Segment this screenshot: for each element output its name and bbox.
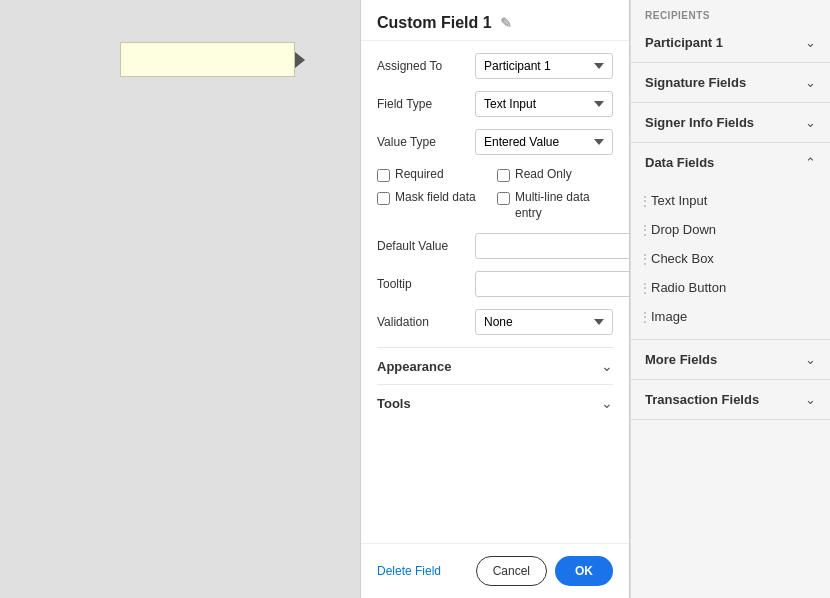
more-fields-title: More Fields [645,352,717,367]
tools-label: Tools [377,396,411,411]
signature-fields-title: Signature Fields [645,75,746,90]
required-checkbox[interactable] [377,169,390,182]
edit-icon[interactable]: ✎ [500,15,512,31]
properties-panel: Custom Field 1 ✎ Assigned To Participant… [360,0,630,598]
default-value-row: Default Value [377,233,613,259]
transaction-fields-title: Transaction Fields [645,392,759,407]
signer-info-section: Signer Info Fields ⌄ [631,103,830,143]
footer-buttons: Cancel OK [476,556,613,586]
data-fields-title: Data Fields [645,155,714,170]
signature-fields-chevron-icon: ⌄ [805,75,816,90]
signer-info-header[interactable]: Signer Info Fields ⌄ [631,103,830,142]
tooltip-label: Tooltip [377,277,467,291]
data-field-image[interactable]: Image [631,302,830,331]
appearance-chevron-icon: ⌄ [601,358,613,374]
transaction-fields-chevron-icon: ⌄ [805,392,816,407]
multi-line-checkbox[interactable] [497,192,510,205]
multi-line-label: Multi-line data entry [515,190,613,221]
field-box[interactable] [120,42,295,77]
transaction-fields-section: Transaction Fields ⌄ [631,380,830,420]
right-sidebar: RECIPIENTS Participant 1 ⌄ Signature Fie… [630,0,830,598]
data-field-text-input[interactable]: Text Input [631,186,830,215]
signer-info-title: Signer Info Fields [645,115,754,130]
validation-label: Validation [377,315,467,329]
field-box-arrow [295,52,305,68]
participant-title: Participant 1 [645,35,723,50]
data-fields-header[interactable]: Data Fields ⌃ [631,143,830,182]
panel-title-text: Custom Field 1 [377,14,492,32]
panel-title-row: Custom Field 1 ✎ [361,0,629,41]
required-check-item: Required [377,167,493,182]
cancel-button[interactable]: Cancel [476,556,547,586]
data-field-radio-button[interactable]: Radio Button [631,273,830,302]
validation-row: Validation None Email Number Date [377,309,613,335]
canvas-area [0,0,360,598]
more-fields-section: More Fields ⌄ [631,340,830,380]
assigned-to-select[interactable]: Participant 1 Participant 2 [475,53,613,79]
recipients-label: RECIPIENTS [631,0,830,23]
data-fields-section: Data Fields ⌃ Text Input Drop Down Check… [631,143,830,340]
signature-fields-header[interactable]: Signature Fields ⌄ [631,63,830,102]
assigned-to-row: Assigned To Participant 1 Participant 2 [377,53,613,79]
appearance-label: Appearance [377,359,451,374]
tools-row[interactable]: Tools ⌄ [377,384,613,421]
more-fields-chevron-icon: ⌄ [805,352,816,367]
data-field-check-box[interactable]: Check Box [631,244,830,273]
data-fields-chevron-icon: ⌃ [805,155,816,170]
data-field-drop-down[interactable]: Drop Down [631,215,830,244]
tools-chevron-icon: ⌄ [601,395,613,411]
appearance-row[interactable]: Appearance ⌄ [377,347,613,384]
mask-field-label: Mask field data [395,190,476,204]
signature-fields-section: Signature Fields ⌄ [631,63,830,103]
panel-body: Assigned To Participant 1 Participant 2 … [361,41,629,543]
multi-line-check-item: Multi-line data entry [497,190,613,221]
data-fields-list: Text Input Drop Down Check Box Radio But… [631,182,830,339]
recipients-section: RECIPIENTS Participant 1 ⌄ [631,0,830,63]
assigned-to-label: Assigned To [377,59,467,73]
read-only-label: Read Only [515,167,572,181]
field-type-label: Field Type [377,97,467,111]
mask-field-checkbox[interactable] [377,192,390,205]
more-fields-header[interactable]: More Fields ⌄ [631,340,830,379]
delete-field-link[interactable]: Delete Field [377,564,441,578]
field-type-select[interactable]: Text Input Drop Down Check Box Radio But… [475,91,613,117]
panel-footer: Delete Field Cancel OK [361,543,629,598]
default-value-input[interactable] [475,233,630,259]
tooltip-row: Tooltip [377,271,613,297]
tooltip-input[interactable] [475,271,630,297]
signer-info-chevron-icon: ⌄ [805,115,816,130]
checkboxes-grid: Required Read Only Mask field data Multi… [377,167,613,221]
ok-button[interactable]: OK [555,556,613,586]
read-only-check-item: Read Only [497,167,613,182]
participant-chevron-icon: ⌄ [805,35,816,50]
participant-header[interactable]: Participant 1 ⌄ [631,23,830,62]
default-value-label: Default Value [377,239,467,253]
value-type-label: Value Type [377,135,467,149]
read-only-checkbox[interactable] [497,169,510,182]
mask-field-check-item: Mask field data [377,190,493,221]
value-type-select[interactable]: Entered Value Predefined Value [475,129,613,155]
validation-select[interactable]: None Email Number Date [475,309,613,335]
value-type-row: Value Type Entered Value Predefined Valu… [377,129,613,155]
field-type-row: Field Type Text Input Drop Down Check Bo… [377,91,613,117]
required-label: Required [395,167,444,181]
transaction-fields-header[interactable]: Transaction Fields ⌄ [631,380,830,419]
